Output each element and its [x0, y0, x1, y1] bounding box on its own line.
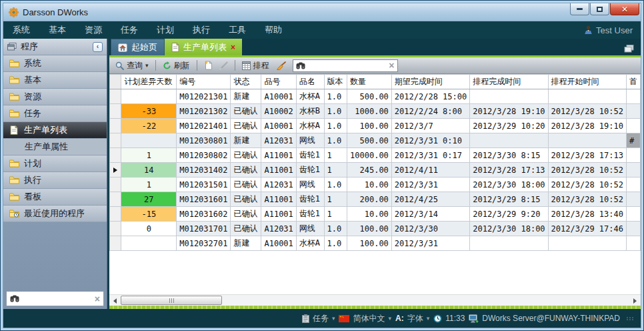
- menu-item-plan[interactable]: 计划: [147, 21, 183, 39]
- sidebar-item-production-order-props[interactable]: 生产单属性: [3, 139, 107, 155]
- user-area[interactable]: Test User: [584, 25, 641, 35]
- table-row[interactable]: -33M012021302已确认A10002水杯B1.01000.002012/…: [110, 104, 641, 119]
- sidebar-item-plan[interactable]: 计划: [3, 155, 107, 172]
- column-header-ver[interactable]: 版本: [324, 75, 347, 89]
- column-header-qty[interactable]: 数量: [347, 75, 392, 89]
- refresh-button[interactable]: 刷新: [160, 59, 193, 73]
- row-header[interactable]: [110, 133, 121, 148]
- scrollbar-thumb[interactable]: [121, 296, 222, 305]
- maximize-button[interactable]: [590, 3, 609, 15]
- row-header[interactable]: [110, 119, 121, 133]
- menu-item-resource[interactable]: 资源: [75, 21, 111, 39]
- column-header-expect[interactable]: 期望完成时间: [391, 75, 469, 89]
- row-header[interactable]: [110, 163, 121, 178]
- row-header[interactable]: [110, 236, 121, 251]
- scroll-right-arrow[interactable]: [631, 296, 639, 305]
- query-button[interactable]: 查询: [113, 59, 151, 73]
- cell-no: M012031402: [177, 163, 231, 178]
- sidebar-search-input[interactable]: [22, 294, 92, 304]
- sidebar-item-kanban[interactable]: 看板: [3, 189, 107, 206]
- cell-item_no: A12031: [261, 133, 296, 148]
- sidebar-item-system[interactable]: 系统: [3, 55, 107, 72]
- column-header-no[interactable]: 编号: [177, 75, 231, 89]
- table-row[interactable]: 1M012030802已确认A11001齿轮1110000.002012/3/3…: [110, 148, 641, 163]
- row-header[interactable]: [110, 192, 121, 207]
- cell-start: 2012/3/28 17:13: [548, 148, 626, 163]
- resize-grip-icon[interactable]: [627, 317, 634, 320]
- table-row[interactable]: -15M012031602已确认A11001齿轮1110.002012/3/14…: [110, 207, 641, 222]
- status-task-dropdown[interactable]: 任务: [302, 313, 335, 324]
- table-row[interactable]: 1M012031501已确认A12031网线1.010.002012/3/312…: [110, 178, 641, 192]
- table-body: M012021301新建A10001水杯A1.0500.002012/2/28 …: [110, 89, 641, 251]
- column-header-item_no[interactable]: 品号: [261, 75, 296, 89]
- column-header-start[interactable]: 排程开始时间: [548, 75, 626, 89]
- close-button[interactable]: ✕: [610, 3, 639, 15]
- sidebar-item-resource[interactable]: 资源: [3, 89, 107, 105]
- column-header-end[interactable]: 排程完成时间: [470, 75, 548, 89]
- sidebar-search-clear-icon[interactable]: [95, 294, 100, 304]
- table-row[interactable]: 27M012031601已确认A11001齿轮11200.002012/4/25…: [110, 192, 641, 207]
- sidebar-item-recent-programs[interactable]: 最近使用的程序: [3, 206, 107, 222]
- cell-qty: 100.00: [347, 222, 392, 236]
- tab-production-order-list[interactable]: 生产单列表: [165, 39, 242, 55]
- table-row[interactable]: M012032701新建A10001水杯A1.0100.002012/3/31: [110, 236, 641, 251]
- cell-item_no: A11001: [261, 192, 296, 207]
- cell-end: 2012/3/30 8:15: [470, 148, 548, 163]
- cell-diff: -15: [121, 207, 177, 222]
- menu-item-help[interactable]: 帮助: [255, 21, 291, 39]
- cell-expect: 2012/3/31 0:10: [391, 133, 469, 148]
- table-row[interactable]: M012021301新建A10001水杯A1.0500.002012/2/28 …: [110, 89, 641, 104]
- table-row[interactable]: 14M012031402已确认A11001齿轮11245.002012/4/11…: [110, 163, 641, 178]
- tab-home[interactable]: 起始页: [111, 39, 165, 55]
- new-button[interactable]: [201, 59, 215, 71]
- sidebar-item-task[interactable]: 任务: [3, 105, 107, 122]
- toolbar-search-clear-icon[interactable]: [389, 61, 394, 70]
- status-clock: 11:33: [433, 314, 465, 323]
- broom-button[interactable]: [273, 60, 289, 71]
- close-icon: ✕: [621, 5, 628, 13]
- menu-item-task[interactable]: 任务: [111, 21, 147, 39]
- sidebar-item-label: 看板: [24, 191, 41, 203]
- sidebar-item-execute[interactable]: 执行: [3, 172, 107, 189]
- row-header[interactable]: [110, 89, 121, 104]
- sidebar-item-basic[interactable]: 基本: [3, 72, 107, 89]
- menu-item-tools[interactable]: 工具: [219, 21, 255, 39]
- cell-status: 新建: [231, 236, 261, 251]
- row-header[interactable]: [110, 178, 121, 192]
- column-header-status[interactable]: 状态: [231, 75, 261, 89]
- menu-item-system[interactable]: 系统: [3, 21, 39, 39]
- toolbar-search-input[interactable]: [308, 60, 387, 71]
- status-language-dropdown[interactable]: 简体中文: [339, 313, 391, 324]
- column-header-item_name[interactable]: 品名: [296, 75, 324, 89]
- cell-status: 已确认: [231, 163, 261, 178]
- row-header[interactable]: [110, 207, 121, 222]
- status-font-dropdown[interactable]: 字体: [395, 313, 429, 324]
- cell-diff: -33: [121, 104, 177, 119]
- scroll-left-arrow[interactable]: [111, 296, 119, 305]
- table-row[interactable]: M012030801新建A12031网线1.0500.002012/3/31 0…: [110, 133, 641, 148]
- column-header-tail[interactable]: 首: [626, 75, 640, 89]
- sidebar-collapse-button[interactable]: [93, 42, 103, 52]
- sidebar-item-production-order-list[interactable]: 生产单列表: [3, 122, 107, 139]
- cell-expect: 2012/4/11: [391, 163, 469, 178]
- row-header[interactable]: [110, 104, 121, 119]
- cell-end: 2012/3/30 18:00: [470, 178, 548, 192]
- tab-close-icon[interactable]: [231, 43, 235, 51]
- minimize-button[interactable]: [570, 3, 589, 15]
- edit-button[interactable]: [217, 60, 231, 71]
- folder-icon: [9, 176, 19, 185]
- table-row[interactable]: 0M012031701已确认A12031网线1.0100.002012/3/30…: [110, 222, 641, 236]
- horizontal-scrollbar[interactable]: [109, 294, 641, 306]
- column-header-diff[interactable]: 计划差异天数: [121, 75, 177, 89]
- binoculars-icon: [296, 62, 305, 69]
- row-header[interactable]: [110, 222, 121, 236]
- row-header[interactable]: [110, 148, 121, 163]
- sidebar: 程序 系统基本资源任务生产单列表生产单属性计划执行看板最近使用的程序: [3, 39, 107, 309]
- menu-item-basic[interactable]: 基本: [39, 21, 75, 39]
- cell-tail: [626, 119, 640, 133]
- menu-item-execute[interactable]: 执行: [183, 21, 219, 39]
- schedule-button[interactable]: 排程: [239, 59, 272, 73]
- cell-item_name: 网线: [296, 133, 324, 148]
- tab-list-icon[interactable]: [624, 45, 634, 53]
- table-row[interactable]: -22M012021401已确认A10001水杯A1.0100.002012/3…: [110, 119, 641, 133]
